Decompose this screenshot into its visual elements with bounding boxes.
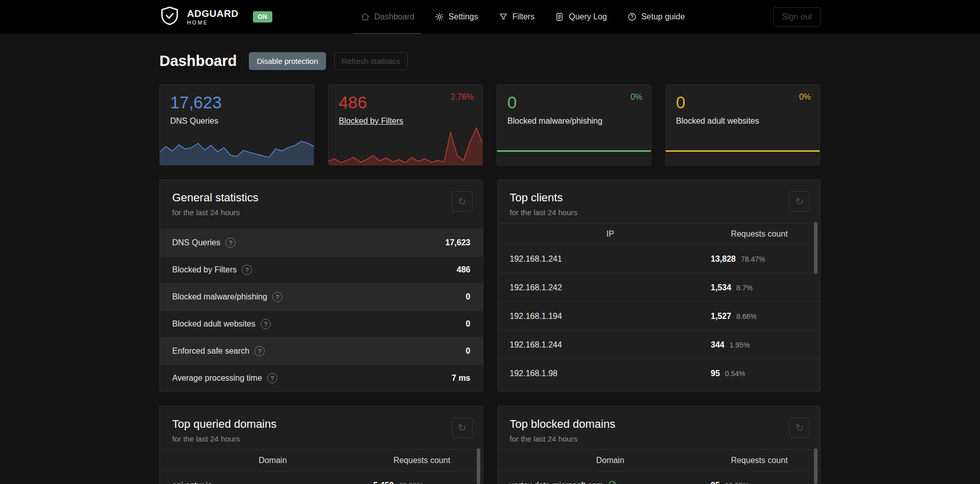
top-queried-rows: api.entur.io 5,450 30.93% <box>160 471 483 484</box>
stat-row-value: 486 <box>457 265 471 274</box>
disable-protection-button[interactable]: Disable protection <box>249 52 325 70</box>
top-blocked-scrollbar[interactable] <box>814 448 818 484</box>
top-queried-refresh-button[interactable]: ↻ <box>452 418 473 438</box>
top-clients-title: Top clients <box>510 191 808 204</box>
refresh-icon: ↻ <box>796 422 804 434</box>
client-ip[interactable]: 192.168.1.244 <box>510 340 711 350</box>
top-blocked-rows: vortex.data.microsoft.com 95 <box>498 471 821 484</box>
sign-out-button[interactable]: Sign out <box>773 7 821 27</box>
top-clients-refresh-button[interactable]: ↻ <box>789 191 810 212</box>
request-percent: 19.55% <box>725 481 749 484</box>
nav-item-filters[interactable]: Filters <box>499 0 535 34</box>
adguard-logo[interactable]: ADGUARD HOME ON <box>159 6 272 28</box>
client-row: 192.168.1.194 1,527 8.66% <box>498 302 821 330</box>
home-icon <box>361 12 370 21</box>
request-percent: 8.66% <box>736 312 757 320</box>
general-statistics-rows: DNS Queries ? 17,623 Blocked by Filters … <box>160 229 483 391</box>
question-icon[interactable]: ? <box>267 373 277 383</box>
question-icon[interactable]: ? <box>272 292 283 302</box>
top-navbar: ADGUARD HOME ON Dashboard <box>0 0 980 34</box>
general-statistics-row: Blocked adult websites ? 0 <box>160 310 483 337</box>
question-icon[interactable]: ? <box>254 346 265 356</box>
domain-row: api.entur.io 5,450 30.93% <box>160 471 483 484</box>
client-ip[interactable]: 192.168.1.98 <box>510 369 711 378</box>
client-ip[interactable]: 192.168.1.194 <box>510 312 711 321</box>
top-blocked-subtitle: for the last 24 hours <box>510 434 808 443</box>
refresh-statistics-button[interactable]: Refresh statistics <box>334 52 408 70</box>
top-queried-scrollbar[interactable] <box>477 448 480 484</box>
dns-queries-sparkline <box>159 131 314 166</box>
blocked-adult-flatline <box>666 150 820 152</box>
blocked-malware-value: 0 <box>507 93 651 112</box>
general-statistics-row: Average processing time ? 7 ms <box>160 364 483 391</box>
request-percent: 30.93% <box>399 481 423 484</box>
page-title: Dashboard <box>159 53 237 70</box>
top-clients-panel: Top clients for the last 24 hours ↻ IP R… <box>497 179 821 392</box>
general-statistics-row: Blocked by Filters ? 486 <box>160 256 483 283</box>
column-header-ip: IP <box>510 229 711 239</box>
general-statistics-subtitle: for the last 24 hours <box>172 208 471 217</box>
column-header-domain: Domain <box>172 456 374 465</box>
request-percent: 0.54% <box>725 370 745 378</box>
document-icon <box>555 12 564 21</box>
shield-check-icon <box>159 6 180 28</box>
blocked-malware-label: Blocked malware/phishing <box>507 117 602 126</box>
general-statistics-refresh-button[interactable]: ↻ <box>452 191 473 212</box>
nav-item-dashboard[interactable]: Dashboard <box>361 0 414 34</box>
blocked-adult-value: 0 <box>676 93 820 112</box>
dns-queries-label: DNS Queries <box>170 117 218 126</box>
top-clients-scrollbar[interactable] <box>814 222 818 274</box>
stat-row-value: 17,623 <box>446 238 471 247</box>
column-header-requests: Requests count <box>374 456 471 465</box>
stat-cards-row: 17,623 DNS Queries 2.76% 486 Blocked by … <box>159 84 821 166</box>
request-count: 1,534 <box>711 283 731 292</box>
domain-name[interactable]: vortex.data.microsoft.com <box>510 481 603 484</box>
client-row: 192.168.1.241 13,828 78.47% <box>498 244 821 273</box>
top-clients-rows: 192.168.1.241 13,828 78.47% 192.168.1.24… <box>498 244 821 387</box>
general-statistics-row: Enforced safe search ? 0 <box>160 337 483 364</box>
client-row: 192.168.1.98 95 0.54% <box>498 359 821 387</box>
question-icon[interactable]: ? <box>242 265 252 275</box>
nav-item-setup-guide[interactable]: Setup guide <box>627 0 685 34</box>
client-ip[interactable]: 192.168.1.241 <box>510 255 711 264</box>
nav-item-query-log[interactable]: Query Log <box>555 0 607 34</box>
general-statistics-panel: General statistics for the last 24 hours… <box>159 179 483 392</box>
gear-icon <box>435 12 444 21</box>
top-clients-table-header: IP Requests count <box>498 223 821 244</box>
stat-card-blocked-adult: 0% 0 Blocked adult websites <box>665 84 820 166</box>
blocked-filters-sparkline <box>328 123 483 166</box>
main-nav: Dashboard Settings Filters <box>361 0 685 34</box>
stat-card-blocked-malware: 0% 0 Blocked malware/phishing <box>497 84 651 166</box>
blocked-adult-percent: 0% <box>799 93 811 102</box>
top-blocked-title: Top blocked domains <box>510 418 808 431</box>
nav-label-settings: Settings <box>449 12 478 21</box>
request-count: 344 <box>711 340 725 350</box>
top-queried-title: Top queried domains <box>172 418 471 431</box>
request-count: 1,527 <box>711 312 731 321</box>
unblock-domain-icon[interactable] <box>608 480 617 484</box>
top-clients-subtitle: for the last 24 hours <box>510 208 808 217</box>
question-icon[interactable]: ? <box>261 319 271 329</box>
request-count: 95 <box>711 369 720 378</box>
client-row: 192.168.1.242 1,534 8.7% <box>498 273 821 302</box>
blocked-malware-flatline <box>497 150 651 152</box>
top-blocked-domains-panel: Top blocked domains for the last 24 hour… <box>497 406 821 484</box>
request-percent: 1.95% <box>730 341 750 349</box>
dashboard-page: Dashboard Disable protection Refresh sta… <box>159 52 821 484</box>
stat-row-label: Blocked adult websites <box>172 319 255 329</box>
request-count: 13,828 <box>711 255 736 264</box>
domain-name[interactable]: api.entur.io <box>172 481 374 484</box>
top-blocked-table-header: Domain Requests count <box>498 449 821 471</box>
blocked-filters-percent: 2.76% <box>451 93 474 102</box>
top-blocked-refresh-button[interactable]: ↻ <box>789 418 810 438</box>
request-percent: 8.7% <box>736 284 753 292</box>
request-count: 95 <box>711 481 720 484</box>
nav-item-settings[interactable]: Settings <box>435 0 478 34</box>
funnel-icon <box>499 12 508 21</box>
client-row: 192.168.1.244 344 1.95% <box>498 330 821 359</box>
question-icon[interactable]: ? <box>225 238 236 248</box>
client-ip[interactable]: 192.168.1.242 <box>510 283 711 292</box>
brand-subtitle: HOME <box>187 20 239 26</box>
stat-row-value: 0 <box>466 347 471 356</box>
stat-card-dns-queries: 17,623 DNS Queries <box>159 84 314 166</box>
